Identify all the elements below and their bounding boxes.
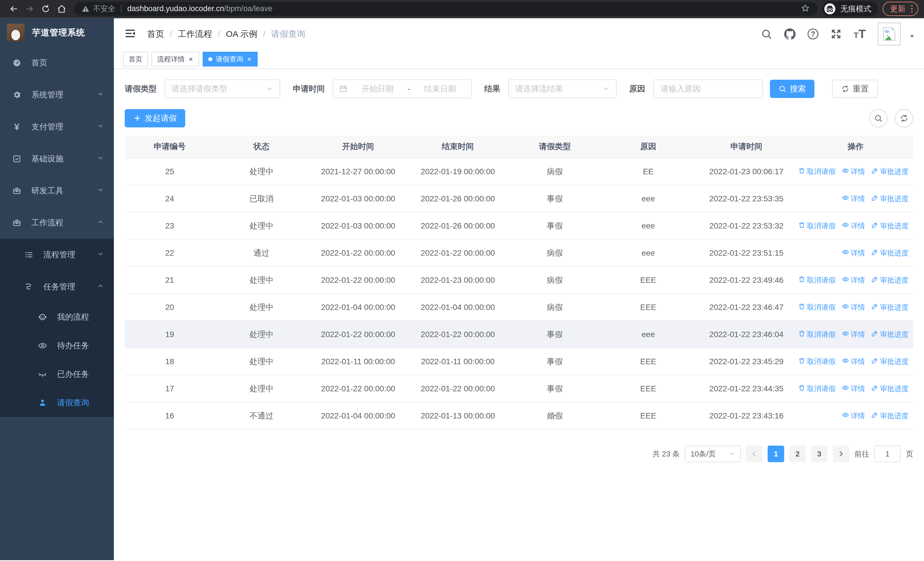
progress-action-link[interactable]: 审批进度	[871, 329, 909, 339]
page-button-1[interactable]: 1	[768, 445, 784, 462]
search-button[interactable]	[761, 28, 772, 40]
search-button[interactable]: 搜索	[770, 80, 814, 98]
cell-type: 婚假	[508, 411, 602, 421]
security-chip[interactable]: 不安全	[82, 4, 115, 14]
forward-icon[interactable]	[23, 2, 36, 16]
create-leave-button[interactable]: 发起请假	[125, 109, 185, 127]
reason-input[interactable]	[653, 80, 763, 98]
github-button[interactable]	[784, 28, 796, 40]
collapse-sidebar-icon[interactable]	[124, 27, 137, 41]
cell-type: 事假	[508, 193, 602, 204]
detail-action-link[interactable]: 详情	[842, 329, 865, 339]
cell-id: 16	[125, 411, 214, 420]
incognito-badge: 无痕模式	[822, 2, 878, 16]
progress-action-link[interactable]: 审批进度	[871, 357, 909, 366]
sidebar-item-process-mgmt[interactable]: 流程管理	[0, 239, 114, 271]
detail-action-link[interactable]: 详情	[842, 221, 865, 230]
detail-action-link[interactable]: 详情	[842, 275, 865, 285]
cancel-action-link[interactable]: 取消请假	[798, 167, 836, 176]
sidebar-item-home[interactable]: 首页	[0, 47, 114, 79]
cell-start: 2021-12-27 00:00:00	[309, 167, 408, 176]
progress-action-link[interactable]: 审批进度	[871, 302, 909, 312]
page-size-select[interactable]: 10条/页	[685, 445, 741, 462]
close-icon[interactable]: ×	[188, 56, 194, 63]
detail-action-link[interactable]: 详情	[842, 384, 865, 393]
home-icon[interactable]	[55, 2, 69, 16]
detail-action-link[interactable]: 详情	[842, 302, 865, 312]
close-icon[interactable]: ×	[246, 56, 252, 63]
cell-id: 20	[125, 303, 214, 312]
action-label: 详情	[850, 384, 865, 393]
tab-home[interactable]: 首页	[123, 52, 148, 66]
sidebar-item-system[interactable]: 系统管理	[0, 79, 114, 111]
sidebar-item-label: 我的流程	[57, 311, 104, 322]
update-button[interactable]: 更新	[883, 2, 918, 16]
next-page-button[interactable]	[832, 445, 849, 462]
breadcrumb-item[interactable]: 工作流程	[178, 28, 212, 40]
browser-toolbar: 不安全 dashboard.yudao.iocoder.cn/bpm/oa/le…	[0, 0, 924, 18]
toggle-search-button[interactable]	[869, 109, 888, 127]
reset-button[interactable]: 重置	[832, 80, 878, 98]
cancel-action-link[interactable]: 取消请假	[798, 302, 836, 312]
tab-label: 流程详情	[157, 54, 184, 64]
detail-action-link[interactable]: 详情	[842, 248, 865, 258]
cancel-action-link[interactable]: 取消请假	[798, 357, 836, 366]
progress-action-link[interactable]: 审批进度	[871, 194, 909, 203]
bookmark-star-icon[interactable]	[801, 3, 810, 14]
sidebar-item-my-process[interactable]: 我的流程	[0, 303, 114, 331]
help-button[interactable]: ?	[808, 29, 818, 39]
progress-action-link[interactable]: 审批进度	[871, 221, 909, 230]
progress-action-link[interactable]: 审批进度	[871, 167, 909, 176]
breadcrumb-item[interactable]: OA 示例	[226, 28, 257, 40]
sidebar-item-done-tasks[interactable]: 已办任务	[0, 360, 114, 388]
cell-apply: 2022-01-22 23:46:04	[695, 330, 798, 339]
prev-page-button[interactable]	[746, 445, 762, 462]
sidebar-item-payment[interactable]: ¥支付管理	[0, 111, 114, 143]
goto-page-input[interactable]	[874, 445, 901, 462]
progress-action-link[interactable]: 审批进度	[871, 248, 909, 258]
progress-action-link[interactable]: 审批进度	[871, 411, 909, 420]
action-label: 审批进度	[880, 167, 909, 176]
tab-process-detail[interactable]: 流程详情×	[152, 52, 199, 66]
cell-reason: eee	[602, 330, 695, 339]
address-bar[interactable]: 不安全 dashboard.yudao.iocoder.cn/bpm/oa/le…	[74, 2, 818, 16]
reload-icon[interactable]	[39, 2, 52, 16]
browser-menu-icon[interactable]	[909, 5, 914, 12]
page-button-2[interactable]: 2	[789, 445, 806, 462]
cancel-action-link[interactable]: 取消请假	[798, 384, 836, 393]
leave-type-select[interactable]: 请选择请假类型	[165, 80, 280, 98]
column-header: 申请编号	[125, 141, 214, 152]
detail-action-link[interactable]: 详情	[842, 357, 865, 366]
detail-action-link[interactable]: 详情	[842, 411, 865, 420]
result-select[interactable]: 请选择流结果	[508, 80, 616, 98]
cancel-action-link[interactable]: 取消请假	[798, 221, 836, 230]
action-label: 详情	[850, 248, 865, 258]
page-button-3[interactable]: 3	[811, 445, 828, 462]
sidebar-item-workflow[interactable]: 工作流程	[0, 207, 114, 239]
cancel-action-link[interactable]: 取消请假	[798, 275, 836, 285]
sidebar-item-task-mgmt[interactable]: 任务管理	[0, 271, 114, 303]
total-count: 共 23 条	[652, 449, 680, 459]
cancel-action-link[interactable]: 取消请假	[798, 329, 836, 339]
eye-icon	[842, 330, 849, 339]
sidebar-item-infrastructure[interactable]: 基础设施	[0, 143, 114, 175]
font-size-button[interactable]: TT	[854, 28, 866, 40]
tab-leave-query[interactable]: 请假查询×	[202, 52, 258, 66]
refresh-table-button[interactable]	[895, 109, 913, 127]
breadcrumb-item[interactable]: 首页	[147, 28, 164, 40]
progress-action-link[interactable]: 审批进度	[871, 384, 909, 393]
sidebar-item-dev-tools[interactable]: 研发工具	[0, 175, 114, 207]
detail-action-link[interactable]: 详情	[842, 167, 865, 176]
detail-action-link[interactable]: 详情	[842, 194, 865, 203]
fullscreen-button[interactable]	[830, 28, 842, 40]
avatar-dropdown-caret-icon[interactable]	[909, 33, 915, 41]
user-avatar[interactable]	[878, 23, 901, 45]
progress-action-link[interactable]: 审批进度	[871, 275, 909, 285]
back-icon[interactable]	[7, 2, 21, 16]
sidebar-item-leave-query[interactable]: 请假查询	[0, 388, 114, 417]
cell-apply: 2022-01-22 23:44:35	[695, 384, 798, 393]
action-label: 审批进度	[880, 329, 909, 339]
sidebar-item-label: 请假查询	[57, 397, 104, 408]
sidebar-item-todo-tasks[interactable]: 待办任务	[0, 331, 114, 360]
apply-time-range[interactable]: 开始日期 - 结束日期	[333, 80, 472, 98]
